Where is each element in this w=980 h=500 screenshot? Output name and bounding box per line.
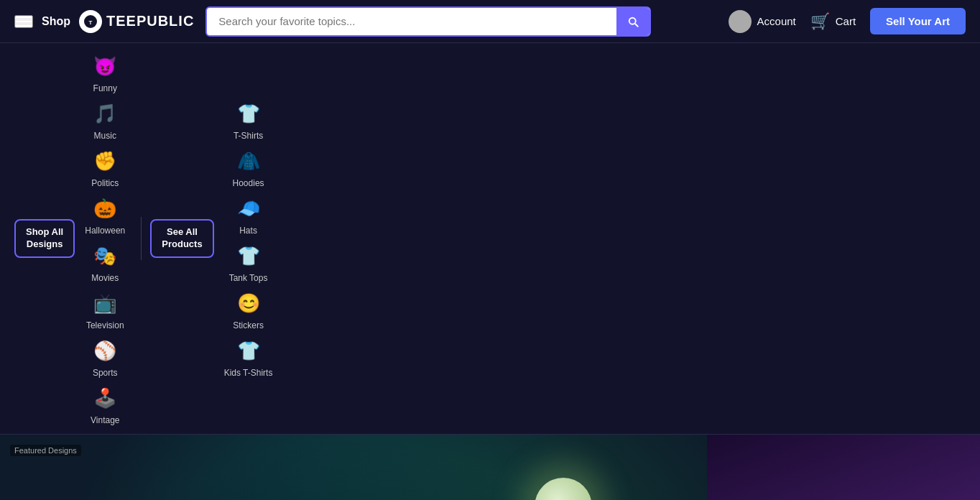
kids-tshirts-icon: 👕 (234, 336, 263, 365)
nav-category-sports[interactable]: ⚾ Sports (78, 333, 132, 381)
nav-categories: 😈 Funny 🎵 Music ✊ Politics 🎃 Halloween 🎭… (78, 49, 132, 428)
sports-icon: ⚾ (91, 336, 119, 365)
kids-tshirts-label: Kids T-Shirts (224, 368, 273, 378)
account-button[interactable]: Account (729, 10, 796, 33)
nav-category-television[interactable]: 📺 Television (78, 286, 132, 333)
svg-text:T: T (89, 19, 93, 26)
sell-your-art-button[interactable]: Sell Your Art (870, 8, 966, 34)
vintage-label: Vintage (91, 415, 119, 425)
tank-tops-icon: 👕 (234, 241, 263, 270)
halloween-label: Halloween (85, 226, 125, 236)
logo: T TEEPUBLIC (79, 10, 194, 33)
shop-all-designs-button[interactable]: Shop All Designs (14, 219, 75, 258)
television-icon: 📺 (91, 289, 119, 318)
hoodies-icon: 🧥 (234, 147, 263, 175)
account-label: Account (757, 15, 796, 27)
hats-icon: 🧢 (234, 194, 263, 223)
hamburger-menu[interactable] (14, 15, 33, 28)
hoodies-label: Hoodies (233, 178, 264, 188)
cart-button[interactable]: 🛒 Cart (810, 12, 856, 31)
main-content: Featured Designs (0, 435, 980, 500)
stickers-icon: 😊 (234, 289, 263, 318)
nav-category-movies[interactable]: 🎭 Movies (78, 239, 132, 286)
nav-product-hoodies[interactable]: 🧥 Hoodies (217, 144, 280, 191)
funny-icon: 😈 (91, 52, 119, 80)
nav-product-tshirts[interactable]: 👕 T-Shirts (217, 96, 280, 144)
cart-icon: 🛒 (810, 12, 830, 31)
avatar (729, 10, 752, 33)
tshirts-icon: 👕 (234, 99, 263, 128)
logo-icon: T (79, 10, 102, 33)
header-right: Account 🛒 Cart Sell Your Art (729, 8, 966, 34)
nav-category-music[interactable]: 🎵 Music (78, 96, 132, 144)
halloween-icon: 🎃 (91, 194, 119, 223)
hero-banner: Featured Designs (0, 435, 707, 500)
nav-product-tank-tops[interactable]: 👕 Tank Tops (217, 239, 280, 286)
sports-label: Sports (93, 368, 118, 378)
nav-bar: Shop All Designs 😈 Funny 🎵 Music ✊ Polit… (0, 43, 980, 435)
logo-text: TEEPUBLIC (106, 13, 194, 29)
search-bar (205, 6, 651, 37)
movies-label: Movies (91, 273, 119, 283)
tshirts-label: T-Shirts (234, 131, 263, 141)
cart-label: Cart (836, 15, 856, 27)
see-all-products-button[interactable]: See All Products (150, 219, 213, 258)
movies-icon: 🎭 (91, 241, 119, 270)
vintage-icon: 🕹️ (91, 384, 119, 412)
nav-product-stickers[interactable]: 😊 Stickers (217, 286, 280, 333)
header: Shop T TEEPUBLIC Account 🛒 Cart (0, 0, 980, 43)
nav-category-vintage[interactable]: 🕹️ Vintage (78, 381, 132, 428)
shop-label: Shop (42, 15, 70, 28)
nav-category-politics[interactable]: ✊ Politics (78, 144, 132, 191)
hero-right-panels: AR Creators to Watch Browse (707, 435, 980, 500)
politics-icon: ✊ (91, 147, 119, 175)
funny-label: Funny (93, 83, 117, 93)
nav-product-kids-tshirts[interactable]: 👕 Kids T-Shirts (217, 333, 280, 381)
stickers-label: Stickers (233, 320, 264, 330)
nav-product-hats[interactable]: 🧢 Hats (217, 191, 280, 239)
television-label: Television (86, 320, 124, 330)
tank-tops-label: Tank Tops (229, 273, 268, 283)
hats-label: Hats (239, 226, 257, 236)
nav-category-halloween[interactable]: 🎃 Halloween (78, 191, 132, 239)
politics-label: Politics (91, 178, 119, 188)
header-left: Shop T TEEPUBLIC (14, 10, 194, 33)
nav-divider (141, 217, 142, 260)
nav-products: 👕 T-Shirts 🧥 Hoodies 🧢 Hats 👕 Tank Tops … (217, 96, 280, 381)
creators-panel: AR Creators to Watch Browse (707, 435, 980, 500)
nav-category-funny[interactable]: 😈 Funny (78, 49, 132, 96)
search-icon (627, 15, 639, 28)
music-label: Music (94, 131, 116, 141)
music-icon: 🎵 (91, 99, 119, 128)
search-button[interactable] (616, 8, 650, 35)
search-input[interactable] (207, 8, 616, 34)
